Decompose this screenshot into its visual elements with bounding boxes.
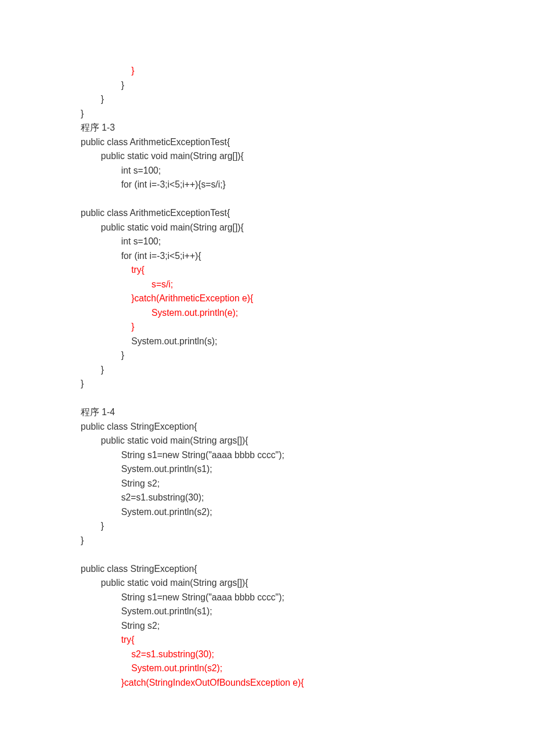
code-listing: } } }}程序 1-3public class ArithmeticExcep… (81, 64, 534, 690)
document-page: } } }}程序 1-3public class ArithmeticExcep… (0, 0, 534, 756)
